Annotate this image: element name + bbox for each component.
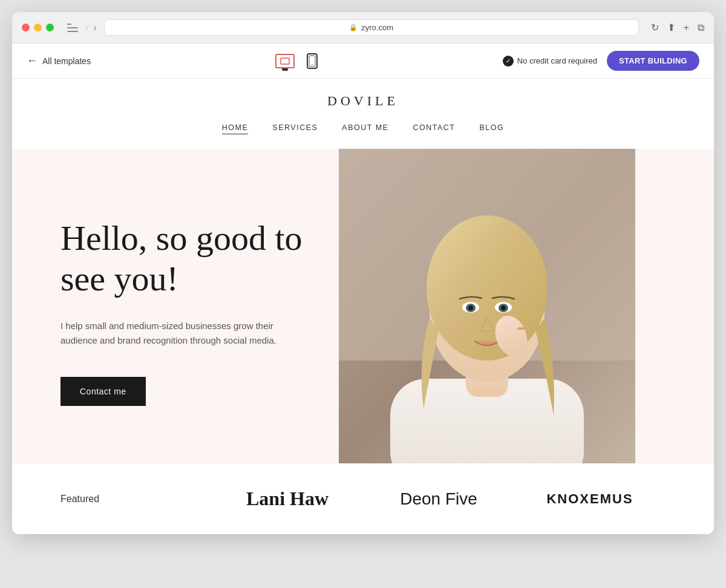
contact-me-button[interactable]: Contact me [60, 377, 146, 406]
site-logo: DOVILE [12, 93, 714, 109]
check-icon: ✓ [503, 56, 514, 67]
hero-section: Hello, so good to see you! I help small … [12, 149, 714, 463]
svg-point-2 [312, 64, 313, 65]
start-building-button[interactable]: START BUILDING [607, 51, 699, 71]
site-content: DOVILE HOME SERVICES ABOUT ME CONTACT BL… [12, 79, 714, 534]
reload-icon[interactable]: ↻ [651, 22, 659, 33]
featured-section: Featured Lani Haw Deon Five KNOXEMUS [12, 463, 714, 534]
brand-knoxemus: KNOXEMUS [514, 491, 666, 507]
back-label: All templates [42, 56, 91, 66]
sidebar-toggle-icon[interactable] [67, 24, 78, 32]
svg-rect-19 [517, 327, 525, 330]
svg-point-14 [468, 305, 473, 310]
toolbar-right: ✓ No credit card required START BUILDING [503, 51, 699, 71]
svg-point-9 [427, 215, 548, 361]
browser-actions: ↻ ⬆ + ⧉ [651, 22, 704, 33]
hero-content: Hello, so good to see you! I help small … [12, 149, 339, 463]
brand-deon-five: Deon Five [363, 489, 514, 509]
url-text: zyro.com [361, 23, 393, 32]
minimize-button[interactable] [34, 24, 42, 31]
back-arrow-icon: ← [27, 54, 38, 67]
nav-contact[interactable]: CONTACT [413, 123, 455, 134]
browser-chrome: ‹ › 🔒 zyro.com ↻ ⬆ + ⧉ [12, 12, 714, 44]
nav-services[interactable]: SERVICES [272, 123, 318, 134]
svg-point-16 [445, 321, 469, 333]
forward-arrow-icon[interactable]: › [93, 22, 96, 33]
featured-label: Featured [60, 494, 212, 505]
svg-point-15 [501, 305, 506, 310]
brand-lani-haw: Lani Haw [212, 488, 363, 510]
site-header: DOVILE HOME SERVICES ABOUT ME CONTACT BL… [12, 79, 714, 149]
nav-about[interactable]: ABOUT ME [342, 123, 388, 134]
svg-rect-0 [281, 58, 289, 64]
address-bar[interactable]: 🔒 zyro.com [104, 19, 639, 36]
lock-icon: 🔒 [349, 24, 358, 31]
desktop-view-button[interactable] [275, 54, 295, 68]
maximize-button[interactable] [46, 24, 54, 31]
nav-arrows: ‹ › [85, 22, 97, 33]
back-to-templates[interactable]: ← All templates [27, 54, 91, 67]
hero-subtitle: I help small and medium-sized businesses… [60, 319, 278, 348]
close-button[interactable] [22, 24, 30, 31]
mobile-view-button[interactable] [307, 53, 318, 69]
traffic-lights [22, 24, 54, 31]
no-credit-label: ✓ No credit card required [503, 56, 597, 67]
browser-window: ‹ › 🔒 zyro.com ↻ ⬆ + ⧉ ← All templates [12, 12, 714, 534]
app-toolbar: ← All templates ✓ No credit card r [12, 44, 714, 79]
windows-icon[interactable]: ⧉ [698, 22, 704, 33]
hero-image [339, 149, 635, 463]
back-arrow-icon[interactable]: ‹ [85, 22, 88, 33]
new-tab-icon[interactable]: + [684, 22, 689, 33]
share-icon[interactable]: ⬆ [667, 22, 675, 33]
hero-title: Hello, so good to see you! [60, 218, 302, 299]
nav-blog[interactable]: BLOG [479, 123, 504, 134]
nav-home[interactable]: HOME [222, 123, 249, 134]
site-nav: HOME SERVICES ABOUT ME CONTACT BLOG [12, 119, 714, 142]
device-switcher [275, 53, 318, 69]
